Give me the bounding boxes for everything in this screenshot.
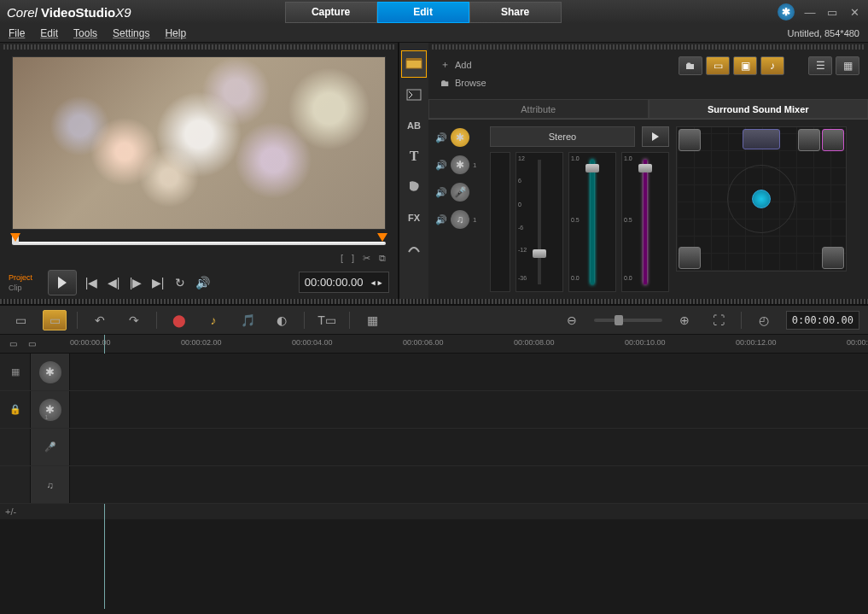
- video-track-selector[interactable]: ✱: [451, 128, 469, 147]
- instant-project-icon[interactable]: [401, 81, 427, 108]
- panel-grip[interactable]: [432, 44, 865, 50]
- timeline-toolbar: ▭ ▭ ↶ ↷ ⬤ ♪ 🎵 ◐ T▭ ▦ ⊖ ⊕ ⛶ ◴ 0:00:00.00: [0, 304, 868, 335]
- undo-icon[interactable]: ↶: [88, 310, 112, 330]
- go-end-icon[interactable]: ▶|: [149, 274, 166, 291]
- voice-track[interactable]: 🎤: [0, 429, 868, 466]
- browse-button[interactable]: 🖿Browse: [437, 76, 490, 90]
- scrub-bar[interactable]: [12, 235, 386, 249]
- preview-content: [13, 57, 385, 229]
- prev-frame-icon[interactable]: ◀|: [105, 274, 122, 291]
- track-motion-icon[interactable]: ◐: [270, 310, 294, 330]
- track-visibility-icon[interactable]: ▦: [0, 354, 31, 390]
- maximize-icon[interactable]: ▭: [825, 5, 839, 19]
- transition-tab-icon[interactable]: AB: [401, 112, 427, 139]
- mark-out-icon[interactable]: [377, 233, 387, 242]
- timeline-ruler[interactable]: ▭ ▭ 00:00:00.0000:00:02.0000:00:04.0000:…: [0, 335, 868, 354]
- surround-pan-pad[interactable]: [676, 126, 847, 272]
- ruler-tick: 00:00:06.00: [403, 338, 444, 347]
- voice-track-selector[interactable]: 🎤: [451, 183, 469, 202]
- zoom-slider[interactable]: [594, 319, 662, 322]
- tab-attribute[interactable]: Attribute: [428, 99, 649, 119]
- channel-mode-dropdown[interactable]: Stereo: [490, 126, 635, 147]
- media-tab-icon[interactable]: [401, 50, 427, 78]
- menu-tools[interactable]: Tools: [73, 27, 97, 39]
- sub-fader[interactable]: 1.0 0.5 0.0: [621, 152, 669, 292]
- preview-mode-toggle[interactable]: Project Clip: [9, 272, 44, 293]
- path-tab-icon[interactable]: [401, 235, 427, 262]
- overlay-track[interactable]: 🔒 ✱1: [0, 391, 868, 429]
- multi-trim-icon[interactable]: ⧉: [379, 253, 386, 264]
- front-right-speaker-icon: [798, 129, 820, 151]
- timeline-view-icon[interactable]: ▭: [43, 310, 67, 330]
- music-track[interactable]: ♫: [0, 466, 868, 504]
- list-view-icon[interactable]: ☰: [808, 56, 832, 75]
- filter-photo-icon[interactable]: ▣: [733, 56, 757, 75]
- zoom-out-icon[interactable]: ⊖: [560, 310, 584, 330]
- tab-share[interactable]: Share: [469, 2, 562, 23]
- tab-edit[interactable]: Edit: [377, 2, 469, 23]
- center-fader[interactable]: 1.0 0.5 0.0: [568, 152, 616, 292]
- chapter-menu-icon[interactable]: ▭: [24, 337, 39, 351]
- bracket-in-icon[interactable]: [: [341, 253, 343, 264]
- multicam-icon[interactable]: ▦: [360, 310, 384, 330]
- graphic-tab-icon[interactable]: [401, 173, 427, 201]
- minimize-icon[interactable]: —: [803, 5, 817, 19]
- filter-audio-icon[interactable]: ♪: [760, 56, 784, 75]
- close-icon[interactable]: ✕: [848, 5, 861, 19]
- zoom-in-icon[interactable]: ⊕: [673, 310, 696, 330]
- tab-surround-mixer[interactable]: Surround Sound Mixer: [649, 99, 869, 119]
- tab-capture[interactable]: Capture: [285, 2, 377, 23]
- go-start-icon[interactable]: |◀: [83, 274, 100, 291]
- center-speaker-icon: [743, 129, 780, 149]
- speaker-icon[interactable]: 🔊: [435, 160, 447, 171]
- ruler-tick: 00:00:12.00: [736, 338, 777, 347]
- ruler-tick: 00:00:02.00: [181, 338, 222, 347]
- menu-help[interactable]: Help: [165, 27, 186, 39]
- repeat-icon[interactable]: ↻: [172, 274, 189, 291]
- import-folder-icon[interactable]: 🖿: [679, 56, 702, 75]
- speaker-icon[interactable]: 🔊: [435, 214, 447, 225]
- mark-in-icon[interactable]: [10, 233, 20, 242]
- track-lock-icon[interactable]: 🔒: [0, 391, 31, 428]
- music-track-selector[interactable]: ♫: [451, 210, 469, 229]
- video-track[interactable]: ▦ ✱: [0, 354, 868, 391]
- app-title: Corel VideoStudioX9: [7, 5, 131, 20]
- marker-menu-icon[interactable]: ▭: [5, 337, 20, 351]
- subtitle-editor-icon[interactable]: T▭: [315, 310, 339, 330]
- mixer-play-button[interactable]: [642, 126, 669, 147]
- scissors-icon[interactable]: ✂: [363, 253, 370, 264]
- overlay-track-selector[interactable]: ✱: [451, 155, 469, 174]
- preview-viewport[interactable]: [12, 56, 386, 230]
- menu-settings[interactable]: Settings: [113, 27, 149, 39]
- filter-tab-icon[interactable]: FX: [401, 204, 427, 231]
- record-icon[interactable]: ⬤: [167, 310, 191, 330]
- fit-project-icon[interactable]: ⛶: [707, 310, 731, 330]
- preview-timecode[interactable]: 00:00:00.00 ◂▸: [299, 272, 389, 293]
- redo-icon[interactable]: ↷: [122, 310, 146, 330]
- menu-edit[interactable]: Edit: [40, 27, 58, 39]
- auto-music-icon[interactable]: 🎵: [236, 310, 259, 330]
- player-controls: Project Clip |◀ ◀| |▶ ▶| ↻ 🔊 00:00:00.00…: [0, 266, 398, 299]
- add-track-icon[interactable]: +/-: [5, 506, 16, 517]
- thumb-view-icon[interactable]: ▦: [836, 56, 859, 75]
- volume-icon[interactable]: 🔊: [194, 274, 211, 291]
- storyboard-view-icon[interactable]: ▭: [9, 310, 32, 330]
- project-duration-icon[interactable]: ◴: [752, 310, 776, 330]
- speaker-icon[interactable]: 🔊: [435, 132, 447, 143]
- title-tab-icon[interactable]: T: [401, 143, 427, 170]
- speaker-icon[interactable]: 🔊: [435, 187, 447, 198]
- audio-mode-icon[interactable]: ♪: [201, 310, 225, 330]
- ruler-tick: 00:00:00.00: [70, 338, 111, 347]
- next-frame-icon[interactable]: |▶: [127, 274, 144, 291]
- menu-file[interactable]: File: [9, 27, 25, 39]
- timeline-timecode[interactable]: 0:00:00.00: [786, 311, 859, 330]
- play-button[interactable]: [48, 270, 77, 295]
- bracket-out-icon[interactable]: ]: [352, 253, 354, 264]
- add-folder-button[interactable]: ＋Add: [437, 56, 490, 73]
- help-icon[interactable]: ✱: [778, 3, 795, 20]
- pan-position-icon[interactable]: [752, 190, 771, 208]
- filter-video-icon[interactable]: ▭: [706, 56, 730, 75]
- subwoofer-icon: [822, 129, 844, 151]
- volume-fader[interactable]: 12 6 0 -6 -12 -36: [516, 152, 563, 292]
- panel-grip[interactable]: [3, 44, 394, 50]
